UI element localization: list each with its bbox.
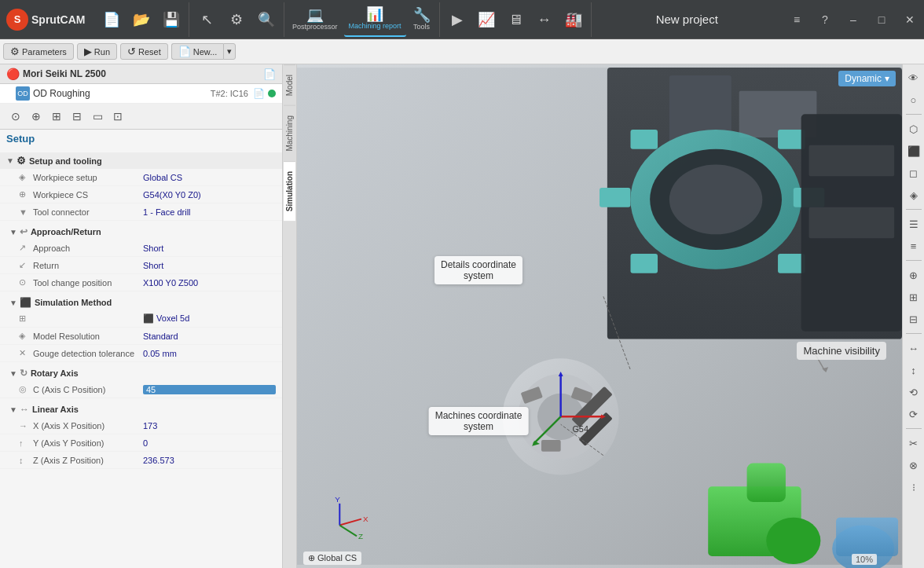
tool-change-icon: ⊙ bbox=[19, 277, 30, 288]
settings-button[interactable]: ≡ bbox=[783, 0, 811, 39]
rp-arrow-h-button[interactable]: ↔ bbox=[904, 339, 923, 357]
rp-cube-button[interactable]: ⬛ bbox=[904, 141, 923, 160]
ir-icon-1[interactable]: ⊙ bbox=[6, 107, 25, 126]
viewport-mode-dropdown[interactable]: Dynamic ▾ bbox=[838, 71, 896, 86]
svg-rect-11 bbox=[600, 188, 630, 207]
svg-rect-10 bbox=[778, 254, 805, 273]
machine-visibility-text: Machine visibility bbox=[803, 345, 880, 357]
open-button[interactable]: 📂 bbox=[127, 2, 156, 37]
new-file-button[interactable]: 📄 bbox=[97, 2, 126, 37]
new-button[interactable]: 📄 New... bbox=[171, 43, 224, 60]
magnify-button[interactable]: 🔍 bbox=[252, 2, 280, 37]
help-button[interactable]: ? bbox=[811, 0, 839, 39]
mill-button[interactable]: ⚙ bbox=[222, 2, 251, 37]
gouge-tolerance-icon: ✕ bbox=[19, 348, 30, 358]
operation-doc-icon: 📄 bbox=[253, 88, 265, 99]
machine-button[interactable]: 🏭 bbox=[559, 2, 588, 37]
rp-minus-button[interactable]: ⊟ bbox=[904, 310, 923, 328]
tool-connector-value: 1 - Face drill bbox=[143, 207, 276, 217]
rp-hex-button[interactable]: ⬡ bbox=[904, 119, 923, 138]
rp-plus-button[interactable]: ⊕ bbox=[904, 266, 923, 284]
tab-simulation[interactable]: Simulation bbox=[284, 161, 295, 221]
setup-tooling-label: Setup and tooling bbox=[29, 156, 102, 166]
ir-icon-3[interactable]: ⊞ bbox=[47, 107, 66, 126]
new-dropdown-button[interactable]: ▾ bbox=[223, 43, 236, 60]
model-resolution-name: Model Resolution bbox=[33, 332, 143, 341]
prop-approach[interactable]: ↗ Approach Short bbox=[0, 240, 282, 257]
tools-button[interactable]: 🔧 Tools bbox=[408, 2, 436, 37]
rp-sep-5 bbox=[906, 428, 922, 429]
rp-rotate-r-button[interactable]: ⟳ bbox=[904, 405, 923, 423]
left-panel: 🔴 Mori Seiki NL 2500 📄 OD OD Roughing T#… bbox=[0, 64, 283, 568]
prop-tool-connector[interactable]: ▼ Tool connector 1 - Face drill bbox=[0, 203, 282, 221]
svg-rect-8 bbox=[778, 130, 805, 149]
simulation-method-label: Simulation Method bbox=[35, 298, 112, 307]
reset-button[interactable]: ↺ Reset bbox=[120, 43, 168, 60]
prop-workpiece-setup[interactable]: ◈ Workpiece setup Global CS bbox=[0, 169, 282, 186]
prop-axis-y[interactable]: ↑ Y (Axis Y Position) 0 bbox=[0, 434, 282, 452]
setup-label[interactable]: Setup bbox=[0, 130, 282, 148]
sim-move-button[interactable]: ↔ bbox=[530, 2, 559, 37]
rp-extra-button[interactable]: ⁝ bbox=[904, 478, 923, 497]
rotary-axis-header[interactable]: ▼ ↻ Rotary Axis bbox=[0, 365, 282, 381]
rp-arrow-v-button[interactable]: ↕ bbox=[904, 361, 923, 379]
machine-doc-icon[interactable]: 📄 bbox=[263, 68, 276, 80]
run-button[interactable]: ▶ Run bbox=[77, 43, 117, 60]
ir-icon-6[interactable]: ⊡ bbox=[108, 107, 127, 126]
rp-eye-button[interactable]: 👁 bbox=[904, 68, 923, 87]
maximize-icon: □ bbox=[878, 13, 885, 26]
prop-sim-method-value[interactable]: ⊞ ⬛ Voxel 5d bbox=[0, 310, 282, 328]
linear-axis-header[interactable]: ▼ ↔ Linear Axis bbox=[0, 401, 282, 417]
sim-graph-button[interactable]: 📈 bbox=[472, 2, 500, 37]
prop-axis-x[interactable]: → X (Axis X Position) 173 bbox=[0, 417, 282, 434]
parameters-button[interactable]: ⚙ Parameters bbox=[3, 43, 74, 60]
viewport: Dynamic ▾ bbox=[297, 64, 902, 568]
sim-play-button[interactable]: ▶ bbox=[443, 2, 471, 37]
rp-sphere-button[interactable]: ○ bbox=[904, 90, 923, 109]
global-cs-text: ⊕ Global CS bbox=[308, 553, 357, 563]
sim-screen-button[interactable]: 🖥 bbox=[501, 2, 530, 37]
simulation-method-header[interactable]: ▼ ⬛ Simulation Method bbox=[0, 295, 282, 310]
machine-name: Mori Seiki NL 2500 bbox=[23, 68, 263, 79]
prop-axis-z[interactable]: ↕ Z (Axis Z Position) 236.573 bbox=[0, 452, 282, 469]
main-area: 🔴 Mori Seiki NL 2500 📄 OD OD Roughing T#… bbox=[0, 64, 924, 568]
axis-y-value: 0 bbox=[143, 438, 276, 448]
rp-grid-button[interactable]: ⊞ bbox=[904, 288, 923, 306]
rp-list-button[interactable]: ≡ bbox=[904, 236, 923, 255]
ir-icon-2[interactable]: ⊕ bbox=[27, 107, 46, 126]
save-button[interactable]: 💾 bbox=[157, 2, 185, 37]
ir-icon-5[interactable]: ▭ bbox=[88, 107, 107, 126]
operation-row[interactable]: OD OD Roughing T#2: IC16 📄 bbox=[0, 84, 282, 104]
ir-icon-4[interactable]: ⊟ bbox=[68, 107, 86, 126]
gouge-tolerance-name: Gouge detection tolerance bbox=[33, 349, 143, 358]
cursor-button[interactable]: ↖ bbox=[192, 2, 221, 37]
svg-rect-15 bbox=[809, 207, 895, 238]
setup-tooling-header[interactable]: ▼ ⚙ Setup and tooling bbox=[0, 152, 282, 169]
rp-sep-4 bbox=[906, 333, 922, 334]
rp-scissors-button[interactable]: ✂ bbox=[904, 434, 923, 453]
postprocessor-button[interactable]: 💻 Postprocessor bbox=[288, 2, 343, 37]
prop-axis-c[interactable]: ◎ C (Axis C Position) 45 bbox=[0, 381, 282, 398]
prop-tool-change[interactable]: ⊙ Tool change position X100 Y0 Z500 bbox=[0, 274, 282, 291]
minimize-button[interactable]: – bbox=[839, 0, 867, 39]
machine-header[interactable]: 🔴 Mori Seiki NL 2500 📄 bbox=[0, 64, 282, 84]
rp-square-button[interactable]: ◻ bbox=[904, 163, 923, 182]
approach-return-label: Approach/Return bbox=[31, 227, 101, 236]
axis-x-name: X (Axis X Position) bbox=[33, 421, 143, 431]
tab-machining[interactable]: Machining bbox=[284, 105, 295, 161]
close-button[interactable]: ✕ bbox=[896, 0, 924, 39]
svg-text:X: X bbox=[363, 515, 368, 523]
prop-model-resolution[interactable]: ◈ Model Resolution Standard bbox=[0, 328, 282, 345]
machining-report-button[interactable]: 📊 Machining report bbox=[344, 2, 406, 37]
rp-rotate-l-button[interactable]: ⟲ bbox=[904, 383, 923, 401]
rp-target-button[interactable]: ◈ bbox=[904, 185, 923, 204]
rp-cross-button[interactable]: ⊗ bbox=[904, 456, 923, 475]
tab-model[interactable]: Model bbox=[284, 64, 295, 105]
rp-menu-button[interactable]: ☰ bbox=[904, 214, 923, 233]
axis-c-value[interactable]: 45 bbox=[143, 385, 276, 394]
approach-return-header[interactable]: ▼ ↩ Approach/Return bbox=[0, 224, 282, 240]
prop-workpiece-cs[interactable]: ⊕ Workpiece CS G54(X0 Y0 Z0) bbox=[0, 186, 282, 203]
maximize-button[interactable]: □ bbox=[867, 0, 896, 39]
prop-return[interactable]: ↙ Return Short bbox=[0, 257, 282, 274]
prop-gouge-tolerance[interactable]: ✕ Gouge detection tolerance 0.05 mm bbox=[0, 345, 282, 362]
